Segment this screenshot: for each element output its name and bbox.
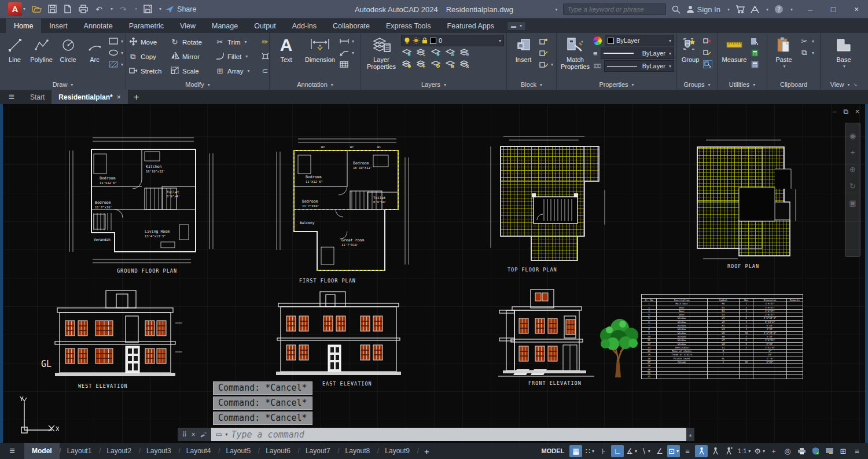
ribbon-tab[interactable]: View xyxy=(172,19,204,33)
annotation-panel-label[interactable]: Annotation▾ xyxy=(270,79,361,90)
rotate-button[interactable]: ↻Rotate xyxy=(170,38,215,46)
block-panel-label[interactable]: Block▾ xyxy=(507,79,556,90)
grid-display-icon[interactable]: ▦ xyxy=(569,445,582,457)
autodesk-caret-icon[interactable]: ▾ xyxy=(766,7,768,12)
open-button[interactable] xyxy=(31,4,42,14)
measure-button[interactable]: Measure xyxy=(720,35,749,63)
array-button[interactable]: ⊞Array▾ xyxy=(215,67,260,75)
dimension-button[interactable]: Dimension xyxy=(302,35,338,63)
ribbon-tab[interactable]: Parametric xyxy=(121,19,172,33)
annotation-scale-button[interactable]: 1:1▾ xyxy=(737,445,752,457)
polyline-button[interactable]: Polyline xyxy=(29,35,54,63)
annotation-monitor-icon[interactable]: + xyxy=(767,445,780,457)
save-button[interactable] xyxy=(47,4,57,14)
paste-button[interactable]: Paste ▾ xyxy=(770,35,798,69)
orbit-icon[interactable]: ↻ xyxy=(849,182,856,190)
pan-icon[interactable]: + xyxy=(851,148,855,157)
calculator-button[interactable] xyxy=(751,60,759,69)
snap-mode-icon[interactable]: ∷▾ xyxy=(583,445,596,457)
customization-menu-icon[interactable]: ≡ xyxy=(851,445,863,457)
ribbon-tab[interactable]: Output xyxy=(246,19,284,33)
layout-tab[interactable]: Layout8 xyxy=(338,443,378,459)
display-warning-icon[interactable] xyxy=(823,445,836,457)
drawing-restore-icon[interactable]: ⧉ xyxy=(843,108,848,116)
group-edit-button[interactable] xyxy=(703,48,712,57)
scale-button[interactable]: Scale xyxy=(170,67,215,76)
command-input[interactable] xyxy=(231,429,682,440)
layer-properties-button[interactable]: Layer Properties xyxy=(363,35,399,70)
search-input[interactable] xyxy=(567,6,662,13)
redo-caret-icon[interactable]: ▾ xyxy=(135,6,137,12)
groups-panel-label[interactable]: Groups▾ xyxy=(677,79,717,90)
layer-select-combo[interactable]: 0 ▾ xyxy=(401,35,504,46)
ellipse-button[interactable]: ▾ xyxy=(109,48,123,57)
help-search-box[interactable] xyxy=(563,3,666,15)
leader-button[interactable]: ▾ xyxy=(340,48,354,57)
ribbon-tab[interactable]: Home xyxy=(6,19,41,33)
steering-wheel-icon[interactable]: ◉ xyxy=(849,131,856,140)
layers-panel-label[interactable]: Layers▾ xyxy=(361,79,506,90)
view-panel-label[interactable]: View▾↘ xyxy=(821,79,867,90)
layer-thaw-tool-icon[interactable] xyxy=(417,60,426,68)
command-bar-close-icon[interactable]: × xyxy=(191,431,195,439)
layer-match-tool-icon[interactable] xyxy=(460,49,470,57)
isolate-objects-icon[interactable]: ◎ xyxy=(781,445,794,457)
model-tab[interactable]: Model xyxy=(24,443,60,459)
modify-panel-label[interactable]: Modify▾ xyxy=(126,79,269,90)
layer-on-tool-icon[interactable] xyxy=(402,60,412,68)
command-bar-grip-icon[interactable]: ⠿ xyxy=(182,431,187,439)
command-bar-customize-icon[interactable] xyxy=(200,430,207,439)
redo-button[interactable]: ↷ xyxy=(118,4,128,14)
close-button[interactable]: × xyxy=(845,0,868,19)
minimize-button[interactable]: – xyxy=(799,0,822,19)
search-icon[interactable] xyxy=(672,5,681,14)
block-attributes-button[interactable]: ▾ xyxy=(539,60,553,69)
utilities-panel-label[interactable]: Utilities▾ xyxy=(718,79,767,90)
drawing-canvas[interactable]: – ⧉ × ◉ + ⊕ ↻ ▣ xyxy=(0,104,868,443)
layout-tab[interactable]: Layout9 xyxy=(377,443,417,459)
file-tabs-menu-icon[interactable]: ≡ xyxy=(0,90,23,104)
app-store-cart-icon[interactable] xyxy=(735,5,745,13)
ribbon-tab[interactable]: Collaborate xyxy=(325,19,378,33)
ribbon-tab[interactable]: Express Tools xyxy=(378,19,439,33)
new-sheet-button[interactable] xyxy=(62,4,73,14)
rectangle-button[interactable]: ▾ xyxy=(109,36,123,46)
trim-button[interactable]: ✂Trim▾ xyxy=(215,38,260,46)
new-layout-button[interactable]: + xyxy=(417,446,436,456)
group-selection-button[interactable] xyxy=(703,60,712,69)
model-space-button[interactable]: MODEL xyxy=(538,447,569,454)
app-menu-button[interactable]: A xyxy=(8,2,22,16)
sign-in-button[interactable]: Sign In xyxy=(686,5,720,14)
command-recent-caret-icon[interactable]: ▾ xyxy=(225,432,227,437)
command-input-field[interactable]: ▭ ▾ xyxy=(211,428,686,441)
mirror-button[interactable]: Mirror xyxy=(170,52,215,61)
create-block-button[interactable] xyxy=(539,36,553,46)
hatch-button[interactable]: ▾ xyxy=(109,60,123,69)
match-properties-button[interactable]: Match Properties xyxy=(559,35,591,70)
annotation-visibility-icon[interactable] xyxy=(695,445,708,457)
search-history-caret-icon[interactable]: ▾ xyxy=(555,7,557,12)
layer-unlock-tool-icon[interactable] xyxy=(431,60,441,68)
lineweight-display-icon[interactable]: ≡ xyxy=(681,445,694,457)
sign-in-caret-icon[interactable]: ▾ xyxy=(727,7,730,12)
layer-walk-tool-icon[interactable] xyxy=(460,60,470,68)
drawing-close-icon[interactable]: × xyxy=(855,108,859,116)
linetype-combo[interactable]: ByLayer ▾ xyxy=(604,60,674,72)
file-tab-residentialplan[interactable]: Residentialplan* × xyxy=(52,90,127,104)
fillet-button[interactable]: Fillet▾ xyxy=(215,52,260,61)
ribbon-tab[interactable]: Insert xyxy=(41,19,75,33)
graphics-performance-icon[interactable] xyxy=(809,445,822,457)
show-motion-icon[interactable]: ▣ xyxy=(849,199,856,207)
text-button[interactable]: A Text xyxy=(272,35,300,63)
arc-button[interactable]: Arc xyxy=(82,35,107,63)
base-button[interactable]: Base ▾ xyxy=(830,35,858,69)
object-snap-icon[interactable]: ⊡▾ xyxy=(667,445,680,457)
ribbon-options-pill[interactable]: ▬▾ xyxy=(507,21,526,31)
help-caret-icon[interactable]: ▾ xyxy=(790,7,793,12)
isometric-drafting-icon[interactable]: ∖▾ xyxy=(639,445,652,457)
autodesk-app-icon[interactable] xyxy=(751,6,759,13)
ungroup-button[interactable] xyxy=(703,36,712,46)
qat-customize-caret-icon[interactable]: ▾ xyxy=(159,6,161,12)
cut-button[interactable]: ✂▾ xyxy=(800,36,814,46)
ribbon-tab[interactable]: Annotate xyxy=(76,19,121,33)
